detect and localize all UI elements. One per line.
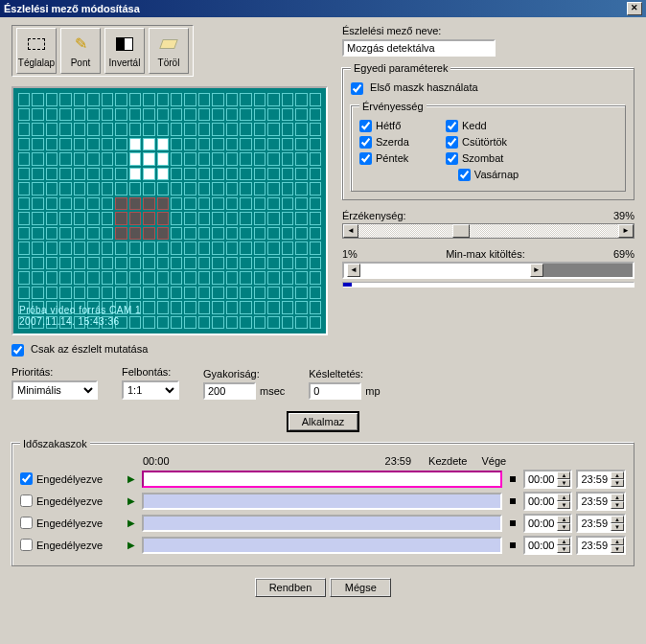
spinner-down-icon[interactable]: ▼ — [611, 523, 624, 531]
priority-select[interactable]: Minimális — [12, 380, 98, 400]
tool-erase[interactable]: Töröl — [149, 28, 189, 74]
spinner-up-icon[interactable]: ▲ — [611, 516, 624, 523]
stop-icon[interactable] — [506, 537, 519, 554]
cancel-button[interactable]: Mégse — [330, 578, 391, 597]
resolution-label: Felbontás: — [122, 366, 179, 378]
play-icon[interactable]: ▶ — [125, 471, 138, 488]
tool-rectangle[interactable]: Téglalap — [16, 28, 57, 74]
field-name-input[interactable] — [342, 39, 496, 57]
spinner-up-icon[interactable]: ▲ — [557, 516, 570, 523]
day-checkbox[interactable] — [359, 152, 372, 165]
slot-end-input[interactable]: 23:59▲▼ — [576, 514, 626, 533]
day-label: Szombat — [462, 152, 503, 164]
sensitivity-slider[interactable]: ◄ ► — [342, 223, 634, 239]
toolbar: Téglalap ✎ Pont Invertál Töröl — [12, 25, 194, 77]
slot-range-bar[interactable] — [142, 471, 502, 488]
play-icon[interactable]: ▶ — [125, 537, 138, 554]
minmax-range[interactable]: ◄ ► — [342, 262, 634, 279]
spinner-up-icon[interactable]: ▲ — [611, 494, 624, 501]
slot-enabled-checkbox[interactable] — [20, 517, 33, 529]
spinner-down-icon[interactable]: ▼ — [557, 479, 570, 487]
day-checkbox[interactable] — [446, 152, 458, 165]
day-checkbox[interactable] — [446, 136, 458, 149]
frequency-unit: msec — [260, 385, 285, 397]
spinner-down-icon[interactable]: ▼ — [557, 545, 570, 553]
day-label: Szerda — [376, 136, 409, 148]
apply-button[interactable]: Alkalmaz — [287, 411, 360, 432]
day-checkbox[interactable] — [446, 120, 458, 132]
slot-start-input[interactable]: 00:00▲▼ — [523, 492, 573, 511]
play-icon[interactable]: ▶ — [125, 515, 138, 532]
day-item: Szombat — [446, 152, 532, 165]
timeslots-group: Időszakaszok 00:00 23:59 Kezdete Vége En… — [12, 438, 634, 566]
day-checkbox[interactable] — [458, 169, 471, 181]
eraser-icon — [159, 34, 178, 54]
spinner-up-icon[interactable]: ▲ — [611, 472, 624, 479]
timeslot-row: Engedélyezve▶00:00▲▼23:59▲▼ — [20, 470, 626, 489]
day-checkbox[interactable] — [359, 136, 372, 149]
day-label: Hétfő — [376, 120, 401, 131]
spinner-up-icon[interactable]: ▲ — [557, 538, 570, 545]
priority-label: Prioritás: — [12, 366, 98, 378]
slot-range-bar[interactable] — [142, 493, 502, 510]
slot-end-input[interactable]: 23:59▲▼ — [576, 536, 626, 555]
day-label: Vasárnap — [474, 169, 519, 180]
first-mask-checkbox[interactable] — [351, 82, 363, 95]
close-button[interactable]: ✕ — [627, 2, 642, 15]
slot-range-bar[interactable] — [142, 537, 502, 554]
slot-enabled-checkbox[interactable] — [20, 472, 33, 485]
day-label: Péntek — [376, 152, 408, 164]
minmax-label: Min-max kitöltés: — [446, 248, 525, 260]
day-checkbox[interactable] — [359, 120, 372, 132]
resolution-select[interactable]: 1:1 — [122, 380, 179, 400]
fill-progress — [342, 282, 634, 288]
sensitivity-value: 39% — [613, 210, 634, 221]
first-mask-label: Első maszk használata — [370, 81, 478, 93]
only-detected-checkbox[interactable] — [12, 344, 24, 356]
stop-icon[interactable] — [506, 515, 519, 532]
invert-icon — [115, 34, 134, 54]
stop-icon[interactable] — [506, 493, 519, 510]
day-item: Péntek — [359, 152, 446, 165]
delay-input[interactable] — [309, 382, 361, 400]
slot-enabled-checkbox[interactable] — [20, 539, 33, 551]
frequency-input[interactable] — [203, 382, 256, 400]
spinner-down-icon[interactable]: ▼ — [611, 501, 624, 509]
timeslots-legend: Időszakaszok — [20, 438, 90, 449]
play-icon[interactable]: ▶ — [125, 493, 138, 510]
spinner-up-icon[interactable]: ▲ — [611, 538, 624, 545]
spinner-up-icon[interactable]: ▲ — [557, 472, 570, 479]
delay-label: Késleltetés: — [309, 368, 380, 380]
slot-enabled-label: Engedélyezve — [36, 495, 103, 507]
spinner-up-icon[interactable]: ▲ — [557, 494, 570, 501]
detection-preview[interactable]: Próba video forrás CAM 1 2007.11.14. 15:… — [12, 86, 328, 335]
slot-start-input[interactable]: 00:00▲▼ — [523, 470, 573, 489]
spinner-down-icon[interactable]: ▼ — [611, 545, 624, 553]
slot-enabled-label: Engedélyezve — [36, 473, 103, 485]
spinner-down-icon[interactable]: ▼ — [557, 523, 570, 531]
tool-label: Pont — [71, 58, 91, 68]
spinner-down-icon[interactable]: ▼ — [557, 501, 570, 509]
slot-end-input[interactable]: 23:59▲▼ — [576, 492, 626, 511]
slot-end-input[interactable]: 23:59▲▼ — [576, 470, 626, 489]
scroll-left-icon[interactable]: ◄ — [343, 224, 358, 238]
delay-unit: mp — [365, 385, 380, 397]
ok-button[interactable]: Rendben — [255, 578, 327, 597]
minmax-low: 1% — [342, 248, 358, 260]
stop-icon[interactable] — [506, 471, 519, 488]
range-right-handle[interactable]: ► — [530, 264, 543, 277]
minmax-high: 69% — [613, 248, 634, 260]
scroll-right-icon[interactable]: ► — [618, 224, 634, 238]
slot-start-input[interactable]: 00:00▲▼ — [523, 514, 573, 533]
tool-label: Töröl — [158, 58, 180, 68]
tool-point[interactable]: ✎ Pont — [60, 28, 101, 74]
sensitivity-label: Érzékenység: — [342, 210, 406, 221]
rectangle-icon — [27, 34, 46, 54]
tool-invert[interactable]: Invertál — [104, 28, 145, 74]
slot-range-bar[interactable] — [142, 515, 502, 532]
timeslot-row: Engedélyezve▶00:00▲▼23:59▲▼ — [20, 492, 626, 511]
spinner-down-icon[interactable]: ▼ — [611, 479, 624, 487]
slot-enabled-checkbox[interactable] — [20, 494, 33, 507]
range-left-handle[interactable]: ◄ — [347, 264, 360, 277]
slot-start-input[interactable]: 00:00▲▼ — [523, 536, 573, 555]
